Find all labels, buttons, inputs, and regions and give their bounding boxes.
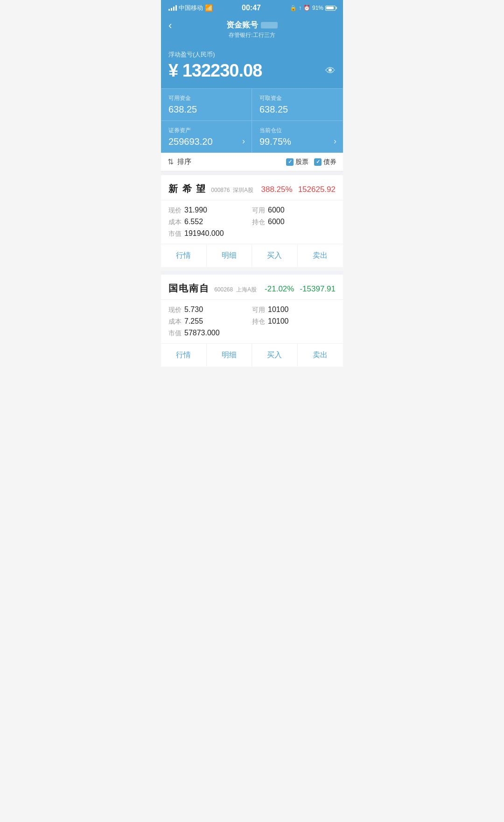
account-number-mask: [261, 22, 278, 28]
stats-grid: 可用资金 638.25 可取资金 638.25 证券资产 259693.20 ›…: [161, 88, 343, 153]
stock-actions-1: 行情 明细 买入 卖出: [161, 244, 343, 267]
detail-label-mv-1: 市值: [168, 230, 182, 238]
stat-label-securities: 证券资产: [168, 127, 244, 135]
detail-value-available-1: 6000: [268, 206, 285, 214]
stock-name-group-1: 新 希 望 000876 深圳A股: [168, 183, 253, 195]
checkbox-group: ✓ 股票 ✓ 债券: [286, 158, 336, 166]
detail-value-mv-2: 57873.000: [184, 329, 220, 337]
stock-returns-1: 388.25% 152625.92: [261, 185, 336, 194]
detail-label-available-2: 可用: [252, 306, 265, 314]
buy-btn-1[interactable]: 买入: [252, 244, 298, 267]
market-btn-2[interactable]: 行情: [161, 344, 207, 367]
buy-btn-2[interactable]: 买入: [252, 344, 298, 367]
alarm-icon: ⏰: [303, 5, 310, 11]
detail-cost-1: 成本 6.552: [168, 218, 252, 227]
detail-value-price-2: 5.730: [184, 305, 203, 314]
summary-label: 浮动盈亏(人民币): [168, 50, 336, 59]
detail-value-position-1: 6000: [268, 218, 285, 226]
stock-meta-1: 000876 深圳A股: [211, 187, 253, 193]
detail-label-position-1: 持仓: [252, 218, 265, 227]
checkmark-bonds-icon: ✓: [316, 159, 320, 165]
sell-btn-2[interactable]: 卖出: [298, 344, 343, 367]
stat-position[interactable]: 当前仓位 99.75% ›: [252, 120, 343, 153]
stock-details-2: 现价 5.730 可用 10100 成本 7.255 持仓 10100 市值 5…: [161, 300, 343, 344]
detail-value-cost-2: 7.255: [184, 317, 203, 326]
stock-name-2: 国电南自: [168, 283, 210, 293]
summary-section: 浮动盈亏(人民币) ¥ 132230.08 👁: [161, 46, 343, 88]
page-header: ‹ 资金账号 存管银行:工行三方: [161, 15, 343, 46]
detail-position-qty-1: 持仓 6000: [252, 218, 336, 227]
eye-icon[interactable]: 👁: [325, 65, 336, 77]
location-icon: ↑: [299, 5, 301, 11]
summary-amount-row: ¥ 132230.08 👁: [168, 61, 336, 81]
stock-name-group-2: 国电南自 600268 上海A股: [168, 282, 257, 295]
sort-label[interactable]: 排序: [177, 157, 282, 166]
return-amt-1: 152625.92: [298, 185, 336, 194]
detail-cost-2: 成本 7.255: [168, 317, 252, 326]
divider-middle: [161, 271, 343, 275]
stat-label-available: 可用资金: [168, 94, 244, 102]
status-bar: 中国移动 📶 00:47 🔒 ↑ ⏰ 91%: [161, 0, 343, 15]
detail-label-price-2: 现价: [168, 306, 182, 314]
detail-label-position-2: 持仓: [252, 318, 265, 326]
stat-securities-assets[interactable]: 证券资产 259693.20 ›: [161, 120, 252, 153]
stock-header-1: 新 希 望 000876 深圳A股 388.25% 152625.92: [161, 175, 343, 200]
stock-actions-2: 行情 明细 买入 卖出: [161, 344, 343, 367]
detail-label-cost-1: 成本: [168, 218, 182, 227]
detail-btn-2[interactable]: 明细: [207, 344, 252, 367]
detail-label-price-1: 现价: [168, 206, 182, 215]
header-title: 资金账号: [226, 20, 278, 30]
checkbox-bonds-box: ✓: [314, 158, 322, 166]
checkbox-bonds[interactable]: ✓ 债券: [314, 158, 336, 166]
carrier-label: 中国移动: [179, 4, 203, 12]
stock-meta-2: 600268 上海A股: [214, 286, 257, 293]
checkbox-stocks-label: 股票: [295, 158, 308, 166]
status-right: 🔒 ↑ ⏰ 91%: [290, 5, 336, 11]
securities-arrow-icon: ›: [242, 136, 245, 146]
detail-value-position-2: 10100: [268, 317, 289, 326]
stock-returns-2: -21.02% -15397.91: [265, 284, 336, 294]
stat-value-position: 99.75%: [259, 136, 336, 147]
stat-available-funds[interactable]: 可用资金 638.25: [161, 89, 252, 120]
stock-card-xinxiwang: 新 希 望 000876 深圳A股 388.25% 152625.92 现价 3…: [161, 175, 343, 267]
stock-name-1: 新 希 望: [168, 184, 206, 194]
filter-bar: ⇅ 排序 ✓ 股票 ✓ 债券: [161, 153, 343, 171]
battery-pct: 91%: [312, 5, 323, 11]
detail-value-price-1: 31.990: [184, 206, 207, 214]
stat-value-securities: 259693.20: [168, 136, 244, 147]
sort-icon: ⇅: [168, 157, 174, 166]
detail-market-value-2: 市值 57873.000: [168, 329, 252, 338]
wifi-icon: 📶: [205, 4, 213, 12]
detail-btn-1[interactable]: 明细: [207, 244, 252, 267]
stat-withdrawable-funds[interactable]: 可取资金 638.25: [252, 89, 343, 120]
stat-value-available: 638.25: [168, 104, 244, 115]
stat-value-withdrawable: 638.25: [259, 104, 336, 115]
position-arrow-icon: ›: [334, 136, 336, 146]
detail-available-qty-2: 可用 10100: [252, 305, 336, 314]
stat-label-position: 当前仓位: [259, 127, 336, 135]
sell-btn-1[interactable]: 卖出: [298, 244, 343, 267]
detail-current-price-1: 现价 31.990: [168, 206, 252, 215]
stat-label-withdrawable: 可取资金: [259, 94, 336, 102]
stock-card-guodiannanz: 国电南自 600268 上海A股 -21.02% -15397.91 现价 5.…: [161, 275, 343, 367]
market-btn-1[interactable]: 行情: [161, 244, 207, 267]
detail-value-cost-1: 6.552: [184, 218, 203, 226]
signal-icon: [168, 5, 177, 11]
return-pct-2: -21.02%: [265, 284, 294, 294]
checkbox-stocks[interactable]: ✓ 股票: [286, 158, 308, 166]
summary-amount: ¥ 132230.08: [168, 61, 262, 81]
battery-icon: [325, 6, 336, 11]
checkbox-bonds-label: 债券: [323, 158, 336, 166]
status-left: 中国移动 📶: [168, 4, 213, 12]
lock-icon: 🔒: [290, 5, 297, 11]
back-button[interactable]: ‹: [168, 20, 172, 32]
stock-details-1: 现价 31.990 可用 6000 成本 6.552 持仓 6000 市值 19…: [161, 200, 343, 244]
detail-label-available-1: 可用: [252, 206, 265, 215]
detail-label-mv-2: 市值: [168, 329, 182, 338]
detail-available-qty-1: 可用 6000: [252, 206, 336, 215]
return-amt-2: -15397.91: [300, 284, 336, 294]
detail-market-value-1: 市值 191940.000: [168, 229, 252, 238]
detail-value-available-2: 10100: [268, 305, 289, 314]
detail-current-price-2: 现价 5.730: [168, 305, 252, 314]
header-subtitle: 存管银行:工行三方: [229, 31, 275, 39]
